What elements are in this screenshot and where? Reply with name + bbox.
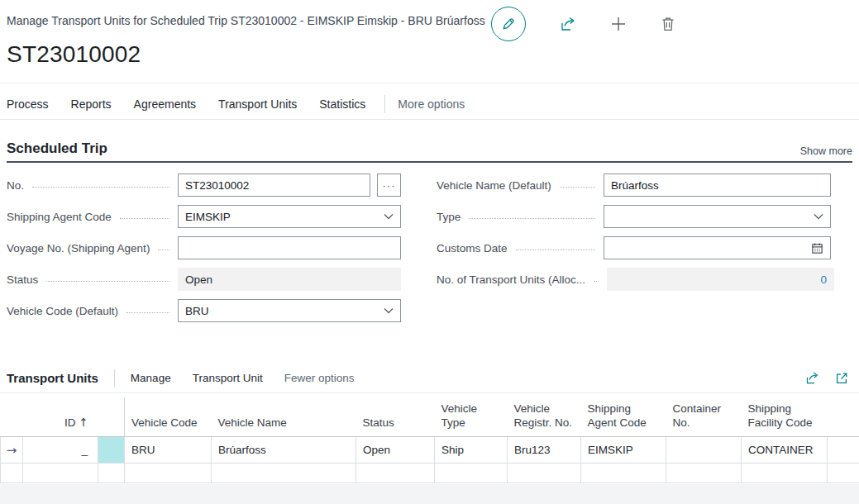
share-button[interactable]	[559, 15, 577, 33]
vehicle-name-input[interactable]	[604, 174, 831, 197]
status-label: Status	[7, 273, 38, 286]
column-shipping-facility-code[interactable]: Shipping Facility Code	[742, 397, 828, 437]
shipping-agent-code-label: Shipping Agent Code	[7, 211, 112, 223]
table-row	[1, 464, 859, 483]
open-in-new-window-button[interactable]	[834, 371, 849, 386]
column-vehicle-registr-no[interactable]: Vehicle Registr. No.	[508, 397, 581, 437]
plus-icon	[610, 16, 627, 32]
column-id[interactable]: ID ↑	[23, 397, 98, 437]
dotted-leader	[560, 186, 595, 188]
dotted-leader	[46, 280, 169, 282]
active-row-indicator	[1, 464, 23, 483]
dotted-leader	[516, 249, 595, 250]
shipping-agent-code-combobox[interactable]: EIMSKIP	[178, 205, 401, 228]
cell-shipping-agent-code[interactable]	[581, 464, 666, 483]
scheduled-trip-right-column: Vehicle Name (Default) Type Customs Date	[437, 174, 831, 299]
share-icon	[559, 15, 577, 33]
more-options-button[interactable]: More options	[398, 97, 465, 111]
pencil-icon	[500, 16, 517, 32]
cell-shipping-facility-code[interactable]: CONTAINER	[742, 437, 828, 464]
right-arrow-icon: →	[7, 443, 17, 458]
table-header-row: ID ↑ Vehicle Code Vehicle Name Status Ve…	[1, 397, 859, 437]
cell-vehicle-type[interactable]	[435, 464, 508, 483]
cell-vehicle-type[interactable]: Ship	[435, 437, 508, 464]
share-icon	[804, 370, 820, 386]
cell-shipping-facility-code[interactable]	[742, 464, 828, 483]
menu-item-transport-units[interactable]: Transport Units	[218, 97, 297, 111]
menu-item-reports[interactable]: Reports	[71, 97, 112, 111]
field-vehicle-name: Vehicle Name (Default)	[437, 174, 831, 197]
menu-item-agreements[interactable]: Agreements	[134, 97, 196, 111]
chevron-down-icon[interactable]	[384, 307, 394, 314]
field-shipping-agent-code: Shipping Agent Code EIMSKIP	[7, 205, 401, 228]
menu-item-process[interactable]: Process	[7, 97, 49, 111]
field-type: Type	[437, 205, 831, 228]
transport-unit-menu[interactable]: Transport Unit	[193, 372, 263, 384]
customs-date-label: Customs Date	[437, 242, 508, 254]
no-of-transport-units-drilldown[interactable]: 0	[821, 273, 828, 286]
cell-id[interactable]: _	[23, 437, 98, 464]
no-of-transport-units-field: 0	[607, 268, 834, 291]
chevron-down-icon[interactable]	[384, 213, 394, 220]
cell-container-no[interactable]	[666, 437, 742, 464]
no-input[interactable]	[178, 174, 370, 197]
column-vehicle-code[interactable]: Vehicle Code	[125, 397, 212, 437]
share-rows-button[interactable]	[804, 370, 820, 386]
column-shipping-agent-code[interactable]: Shipping Agent Code	[581, 397, 666, 437]
cell-overflow	[828, 464, 859, 483]
transport-units-toolbar: Transport Units Manage Transport Unit Fe…	[0, 364, 859, 393]
column-container-no[interactable]: Container No.	[666, 397, 742, 437]
delete-button[interactable]	[660, 16, 676, 32]
popout-icon	[834, 371, 849, 386]
column-vehicle-name[interactable]: Vehicle Name	[212, 397, 356, 437]
cell-vehicle-registr-no[interactable]	[508, 464, 581, 483]
no-of-transport-units-label: No. of Transport Units (Alloc...	[437, 273, 585, 286]
table-row: → _ BRU Brúarfoss Open Ship Bru123 EIMSK…	[1, 437, 859, 464]
status-field: Open	[178, 268, 401, 291]
cell-vehicle-code[interactable]: BRU	[125, 437, 212, 464]
column-id-label: ID	[64, 416, 76, 429]
transport-units-table: ID ↑ Vehicle Code Vehicle Name Status Ve…	[0, 397, 859, 483]
scheduled-trip-left-column: No. ··· Shipping Agent Code EIMSKIP Voya…	[7, 174, 401, 330]
menu-item-statistics[interactable]: Statistics	[319, 97, 365, 111]
dotted-leader	[126, 311, 169, 313]
show-more-button[interactable]: Show more	[800, 145, 852, 157]
column-status[interactable]: Status	[356, 397, 435, 437]
cell-id[interactable]	[23, 464, 98, 483]
dotted-leader	[158, 249, 169, 250]
edit-button[interactable]	[491, 7, 526, 41]
action-bar: Process Reports Agreements Transport Uni…	[7, 92, 465, 116]
toolbar-divider	[114, 369, 115, 388]
calendar-icon[interactable]	[811, 242, 823, 254]
type-combobox[interactable]	[604, 205, 831, 228]
field-no-label: No.	[7, 179, 24, 192]
field-customs-date: Customs Date	[437, 236, 831, 259]
chevron-down-icon[interactable]	[814, 213, 823, 220]
action-bar-divider-line	[0, 119, 859, 120]
column-selection	[98, 397, 125, 437]
cell-status[interactable]: Open	[356, 437, 435, 464]
field-no-of-transport-units: No. of Transport Units (Alloc... 0	[437, 268, 831, 291]
fewer-options-button[interactable]: Fewer options	[284, 372, 355, 384]
assist-edit-button[interactable]: ···	[377, 174, 401, 197]
cell-vehicle-name[interactable]: Brúarfoss	[212, 437, 356, 464]
cell-status[interactable]	[356, 464, 435, 483]
active-row-indicator: →	[1, 437, 23, 464]
add-button[interactable]	[610, 16, 627, 32]
column-vehicle-type[interactable]: Vehicle Type	[435, 397, 508, 437]
cell-shipping-agent-code[interactable]: EIMSKIP	[581, 437, 666, 464]
cell-container-no[interactable]	[666, 464, 742, 483]
vehicle-name-label: Vehicle Name (Default)	[437, 179, 551, 192]
cell-selection	[98, 437, 125, 464]
customs-date-field[interactable]	[604, 236, 831, 259]
column-active-row	[1, 397, 23, 437]
cell-vehicle-registr-no[interactable]: Bru123	[508, 437, 581, 464]
scheduled-trip-title: Scheduled Trip	[7, 140, 107, 157]
vehicle-code-label: Vehicle Code (Default)	[7, 305, 118, 317]
cell-vehicle-name[interactable]	[212, 464, 356, 483]
vehicle-code-combobox[interactable]: BRU	[178, 299, 401, 322]
page-action-icons	[491, 7, 676, 41]
cell-vehicle-code[interactable]	[125, 464, 212, 483]
manage-menu[interactable]: Manage	[131, 372, 171, 384]
voyage-no-input[interactable]	[178, 236, 401, 259]
